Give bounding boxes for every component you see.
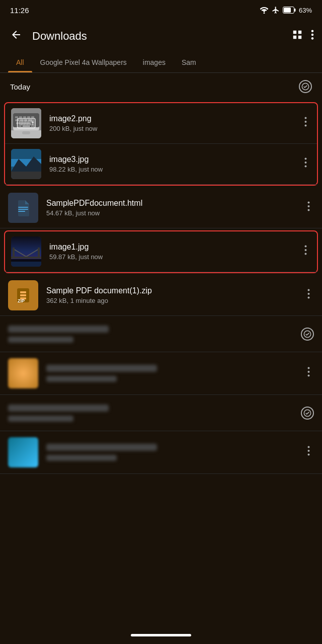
highlighted-group-1: image2.png 200 kB, just now bbox=[4, 102, 318, 186]
svg-rect-45 bbox=[11, 257, 41, 259]
file-name: SamplePDFdocument.html bbox=[46, 199, 303, 208]
svg-rect-15 bbox=[31, 116, 34, 118]
file-info: image1.jpg 59.87 kB, just now bbox=[49, 243, 300, 261]
navigation-bar bbox=[0, 626, 322, 644]
section-today-header: Today bbox=[0, 73, 322, 100]
list-item[interactable]: image3.jpg 98.22 kB, just now bbox=[5, 144, 317, 185]
top-actions bbox=[292, 29, 314, 43]
page-title: Downloads bbox=[32, 30, 284, 43]
select-all-today-button[interactable] bbox=[299, 80, 312, 93]
wifi-icon bbox=[260, 7, 269, 14]
file-more-button[interactable] bbox=[303, 365, 314, 382]
svg-rect-12 bbox=[19, 116, 22, 118]
list-item[interactable] bbox=[0, 316, 322, 352]
svg-rect-44 bbox=[38, 248, 40, 258]
home-indicator bbox=[131, 634, 191, 636]
file-name: Sample PDF document(1).zip bbox=[46, 286, 303, 295]
svg-rect-2 bbox=[284, 8, 291, 13]
tabs-bar: All Google Pixel 4a Wallpapers images Sa… bbox=[0, 52, 322, 73]
svg-rect-14 bbox=[27, 116, 30, 118]
file-more-button[interactable] bbox=[303, 287, 314, 304]
list-item[interactable] bbox=[0, 352, 322, 395]
svg-point-23 bbox=[305, 117, 307, 119]
file-meta: 362 kB, 1 minute ago bbox=[46, 297, 303, 304]
svg-point-57 bbox=[308, 297, 310, 299]
svg-rect-11 bbox=[15, 116, 18, 118]
tab-images[interactable]: images bbox=[135, 52, 174, 72]
file-more-button[interactable] bbox=[300, 115, 311, 132]
svg-point-38 bbox=[308, 209, 310, 211]
list-item[interactable] bbox=[0, 431, 322, 474]
svg-rect-46 bbox=[11, 262, 41, 267]
airplane-icon bbox=[272, 6, 280, 14]
svg-rect-16 bbox=[15, 119, 19, 121]
svg-point-61 bbox=[308, 375, 310, 377]
back-button[interactable] bbox=[8, 27, 24, 46]
file-info bbox=[46, 365, 303, 382]
status-bar: 11:26 63% bbox=[0, 0, 322, 20]
list-item[interactable] bbox=[0, 395, 322, 431]
svg-point-47 bbox=[305, 246, 307, 248]
svg-point-0 bbox=[263, 13, 265, 14]
svg-rect-9 bbox=[13, 113, 39, 130]
svg-point-48 bbox=[305, 249, 307, 251]
svg-rect-51 bbox=[20, 291, 26, 293]
file-thumbnail bbox=[8, 437, 38, 467]
svg-point-63 bbox=[308, 446, 310, 448]
svg-point-24 bbox=[305, 121, 307, 123]
svg-point-6 bbox=[311, 37, 314, 40]
svg-rect-22 bbox=[22, 131, 30, 134]
file-name: image1.jpg bbox=[49, 243, 300, 252]
svg-rect-17 bbox=[20, 119, 23, 121]
svg-point-60 bbox=[308, 371, 310, 373]
svg-rect-52 bbox=[20, 294, 26, 296]
file-thumbnail bbox=[11, 149, 41, 179]
file-info bbox=[46, 444, 303, 461]
svg-point-59 bbox=[308, 367, 310, 369]
svg-rect-43 bbox=[13, 248, 15, 258]
battery-percent: 63% bbox=[299, 7, 312, 14]
file-more-button[interactable] bbox=[303, 444, 314, 461]
grid-view-button[interactable] bbox=[292, 29, 303, 43]
file-meta: 200 kB, just now bbox=[49, 125, 300, 132]
select-section-button[interactable] bbox=[301, 328, 314, 341]
svg-point-4 bbox=[311, 30, 314, 32]
file-meta: 54.67 kB, just now bbox=[46, 209, 303, 217]
highlighted-group-2: image1.jpg 59.87 kB, just now bbox=[4, 230, 318, 273]
list-item[interactable]: image2.png 200 kB, just now bbox=[5, 103, 317, 144]
svg-rect-10 bbox=[13, 113, 39, 127]
svg-point-37 bbox=[308, 205, 310, 207]
file-name: image2.png bbox=[49, 114, 300, 123]
file-thumbnail bbox=[8, 358, 38, 388]
svg-rect-3 bbox=[294, 9, 296, 12]
svg-point-49 bbox=[305, 253, 307, 255]
svg-point-5 bbox=[311, 34, 314, 36]
battery-icon bbox=[283, 7, 296, 14]
svg-point-34 bbox=[305, 166, 307, 168]
more-options-button[interactable] bbox=[311, 29, 314, 43]
file-info: SamplePDFdocument.html 54.67 kB, just no… bbox=[46, 199, 303, 217]
select-section-button[interactable] bbox=[301, 407, 314, 420]
svg-text:ZIP: ZIP bbox=[18, 298, 25, 303]
file-info: Sample PDF document(1).zip 362 kB, 1 min… bbox=[46, 286, 303, 304]
tab-all[interactable]: All bbox=[8, 52, 32, 72]
svg-point-64 bbox=[308, 450, 310, 452]
svg-point-32 bbox=[305, 158, 307, 160]
file-thumbnail bbox=[11, 236, 41, 267]
file-more-button[interactable] bbox=[303, 199, 314, 216]
svg-point-55 bbox=[308, 289, 310, 291]
tab-samples[interactable]: Sam bbox=[174, 52, 204, 72]
svg-rect-13 bbox=[23, 116, 26, 118]
svg-point-33 bbox=[305, 162, 307, 164]
list-item[interactable]: SamplePDFdocument.html 54.67 kB, just no… bbox=[0, 188, 322, 228]
svg-point-25 bbox=[305, 125, 307, 127]
file-thumbnail bbox=[11, 108, 41, 138]
tab-wallpapers[interactable]: Google Pixel 4a Wallpapers bbox=[32, 52, 135, 72]
file-more-button[interactable] bbox=[300, 243, 311, 260]
list-item[interactable]: image1.jpg 59.87 kB, just now bbox=[5, 231, 317, 272]
svg-rect-30 bbox=[11, 172, 41, 179]
file-meta: 59.87 kB, just now bbox=[49, 253, 300, 261]
file-more-button[interactable] bbox=[300, 155, 311, 173]
list-item[interactable]: ZIP Sample PDF document(1).zip 362 kB, 1… bbox=[0, 275, 322, 316]
status-time: 11:26 bbox=[10, 6, 29, 15]
